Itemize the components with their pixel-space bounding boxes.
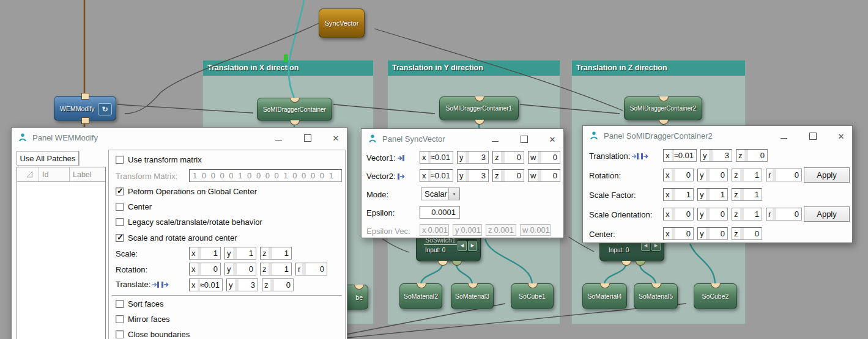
checkbox-mirror-faces[interactable]: Mirror faces — [116, 315, 170, 324]
switch1-material2-cable[interactable] — [421, 264, 442, 285]
scale-orientation-r-field[interactable]: r0 — [766, 208, 802, 221]
partial-node-connector[interactable] — [354, 285, 364, 290]
chevron-down-icon[interactable]: ▼ — [448, 188, 459, 200]
node-dragger0[interactable]: SoMIDraggerContainer — [257, 98, 332, 121]
minimize-button[interactable] — [777, 131, 790, 142]
rotation-z-field[interactable]: z1 — [732, 169, 762, 181]
scale-factor-x-field[interactable]: x1 — [663, 188, 694, 201]
node-graph-canvas[interactable]: Translation in X direction Translation i… — [0, 0, 868, 339]
vector1-y-field[interactable]: y3 — [457, 151, 489, 164]
scale-orientation-y-field[interactable]: y0 — [697, 208, 728, 221]
center-y-field[interactable]: y0 — [697, 227, 728, 240]
checkbox-box[interactable] — [116, 188, 124, 195]
column-header-id[interactable]: Id — [39, 167, 70, 181]
translation-y-field[interactable]: y3 — [700, 149, 732, 162]
maximize-button[interactable] — [807, 131, 819, 142]
node-dragger2[interactable]: SoMIDraggerContainer2 — [624, 97, 702, 120]
checkbox-box[interactable] — [116, 330, 124, 338]
close-button[interactable]: ✕ — [835, 131, 847, 142]
cube2-input-connector[interactable] — [711, 283, 721, 288]
translate-y-field[interactable]: y3 — [226, 279, 258, 291]
node-material2[interactable]: SoMaterial2 — [399, 283, 442, 309]
material2-input-connector[interactable] — [417, 283, 426, 288]
panel-syncvector[interactable]: Panel SyncVector ✕ Vector1: x≈0.01 y3 z0… — [361, 128, 564, 238]
refresh-icon[interactable]: ↻ — [98, 103, 112, 115]
param-dragger0-to-dragger1[interactable] — [333, 104, 435, 114]
node-material4[interactable]: SoMaterial4 — [582, 283, 627, 309]
checkbox-box[interactable] — [116, 300, 124, 308]
translation-z-field[interactable]: z0 — [736, 149, 768, 162]
dragger2-input-connector[interactable] — [659, 97, 669, 101]
vector1-z-field[interactable]: z0 — [492, 151, 524, 164]
rotation-r-field[interactable]: r0 — [766, 169, 802, 181]
param-dragger1-to-dragger2[interactable] — [520, 104, 620, 114]
vector2-w-field[interactable]: w0 — [528, 169, 560, 182]
checkbox-box[interactable] — [116, 203, 124, 211]
rotation-y-field[interactable]: y0 — [697, 169, 728, 181]
translate-z-field[interactable]: z0 — [262, 279, 294, 291]
patch-table[interactable]: Id Label — [17, 167, 106, 339]
minimize-button[interactable] — [272, 133, 284, 144]
panel-syncvector-titlebar[interactable]: Panel SyncVector — [368, 134, 445, 144]
node-cube2[interactable]: SoCube2 — [694, 283, 737, 309]
rotation-x-field[interactable]: x0 — [663, 169, 694, 181]
minimize-button[interactable] — [489, 134, 501, 145]
switch2-material4-cable[interactable] — [604, 264, 626, 285]
checkbox-legacy-behavior[interactable]: Legacy scale/translate/rotate behavior — [116, 217, 262, 227]
checkbox-perform-global-center[interactable]: Peform Operations on Global Center — [116, 187, 257, 196]
dragger0-input-connector[interactable] — [290, 98, 300, 103]
switch2-material5-cable[interactable] — [640, 264, 656, 285]
param-into-switch1[interactable] — [382, 239, 409, 252]
translation-x-field[interactable]: x≈0.01 — [663, 149, 697, 162]
node-wemmodify[interactable]: WEMModify ↻ — [54, 96, 116, 121]
vector2-y-field[interactable]: y3 — [457, 169, 489, 182]
wem-output-connector[interactable] — [81, 117, 89, 124]
checkbox-use-transform-matrix[interactable]: Use transform matrix — [116, 155, 202, 164]
checkbox-box[interactable] — [116, 315, 124, 323]
wem-input-connector[interactable] — [81, 93, 89, 100]
node-dragger1[interactable]: SoMIDraggerContainer1 — [439, 97, 519, 120]
maximize-button[interactable] — [302, 133, 314, 144]
tab-use-all-patches[interactable]: Use All Patches — [17, 151, 79, 166]
transform-matrix-field[interactable]: 1 0 0 0 0 1 0 0 0 0 1 0 0 0 0 1 — [189, 169, 342, 182]
node-syncvector[interactable]: SyncVector — [319, 9, 365, 38]
checkbox-sort-faces[interactable]: Sort faces — [116, 299, 164, 308]
checkbox-box[interactable] — [116, 156, 124, 164]
scale-z-field[interactable]: z1 — [260, 247, 292, 260]
maximize-button[interactable] — [518, 134, 530, 145]
checkbox-box[interactable] — [116, 234, 124, 242]
cube1-input-cable[interactable] — [485, 239, 532, 285]
rotation-x-field[interactable]: x0 — [189, 263, 221, 275]
scale-y-field[interactable]: y1 — [224, 247, 256, 260]
cube1-input-connector[interactable] — [528, 283, 538, 288]
dragger1-input-connector[interactable] — [475, 97, 484, 101]
column-header-label[interactable]: Label — [70, 167, 105, 181]
rotation-y-field[interactable]: y0 — [224, 263, 256, 275]
center-z-field[interactable]: z0 — [732, 227, 762, 240]
switch1-next-icon[interactable]: ▶ — [468, 241, 477, 251]
param-wem-to-dragger0[interactable] — [117, 104, 253, 113]
cube2-input-cable[interactable] — [690, 244, 715, 285]
checkbox-center[interactable]: Center — [116, 202, 152, 211]
scale-factor-y-field[interactable]: y1 — [697, 188, 728, 201]
scale-orientation-apply-button[interactable]: Apply — [804, 206, 850, 222]
sort-column-icon[interactable] — [17, 167, 39, 181]
scale-x-field[interactable]: x1 — [189, 247, 221, 260]
checkbox-box[interactable] — [116, 218, 124, 226]
close-button[interactable]: ✕ — [546, 134, 558, 145]
vector2-z-field[interactable]: z0 — [492, 169, 524, 182]
scale-factor-z-field[interactable]: z1 — [732, 188, 762, 201]
material4-input-connector[interactable] — [600, 283, 610, 288]
patch-table-body[interactable] — [17, 182, 105, 339]
close-button[interactable]: ✕ — [330, 133, 342, 144]
vector1-x-field[interactable]: x≈0.01 — [420, 151, 453, 164]
epsilon-field[interactable]: 0.0001 — [420, 206, 460, 219]
translate-x-field[interactable]: x≈0.01 — [189, 279, 223, 291]
switch1-material3-cable[interactable] — [456, 264, 472, 285]
scale-orientation-x-field[interactable]: x0 — [663, 208, 694, 221]
checkbox-close-boundaries[interactable]: Close boundaries — [116, 330, 190, 339]
switch1-prev-icon[interactable]: ◀ — [458, 241, 467, 251]
panel-dragger2-titlebar[interactable]: Panel SoMIDraggerContainer2 — [589, 131, 713, 140]
vector2-x-field[interactable]: x≈0.01 — [420, 169, 453, 182]
scale-orientation-z-field[interactable]: z1 — [732, 208, 762, 221]
